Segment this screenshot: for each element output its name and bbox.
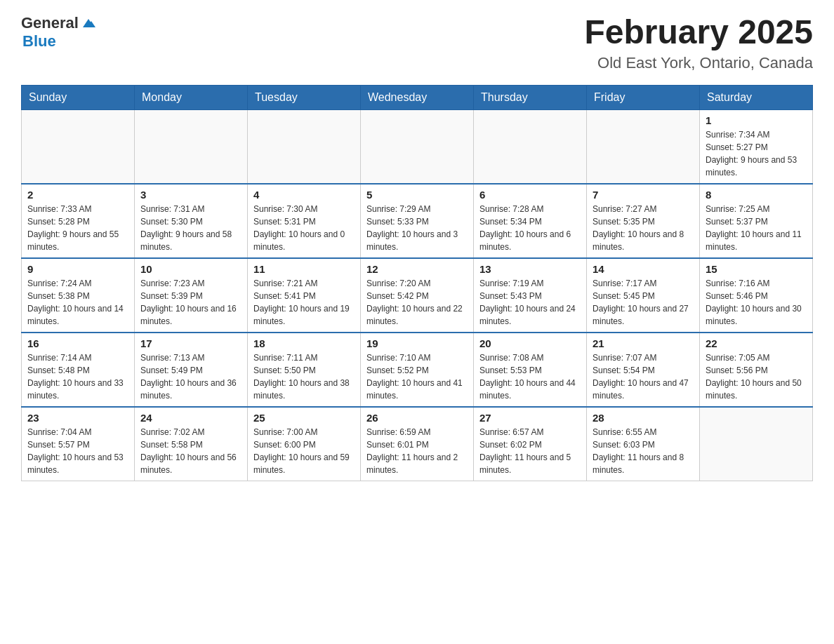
day-info: Sunrise: 7:23 AM Sunset: 5:39 PM Dayligh…: [140, 277, 241, 328]
logo-icon: [80, 15, 97, 32]
calendar-cell: 4Sunrise: 7:30 AM Sunset: 5:31 PM Daylig…: [248, 184, 361, 258]
day-number: 7: [593, 189, 694, 201]
day-number: 16: [27, 337, 128, 349]
logo-general-text: General: [21, 14, 79, 32]
day-number: 25: [253, 412, 355, 424]
weekday-header-sunday: Sunday: [22, 85, 135, 109]
calendar-cell: 5Sunrise: 7:29 AM Sunset: 5:33 PM Daylig…: [361, 184, 474, 258]
calendar-cell: 2Sunrise: 7:33 AM Sunset: 5:28 PM Daylig…: [22, 184, 135, 258]
day-info: Sunrise: 7:14 AM Sunset: 5:48 PM Dayligh…: [27, 351, 128, 402]
calendar-cell: 24Sunrise: 7:02 AM Sunset: 5:58 PM Dayli…: [135, 407, 248, 481]
day-info: Sunrise: 7:28 AM Sunset: 5:34 PM Dayligh…: [479, 203, 581, 253]
calendar-cell: [135, 109, 248, 184]
day-info: Sunrise: 7:29 AM Sunset: 5:33 PM Dayligh…: [366, 203, 468, 253]
weekday-header-saturday: Saturday: [700, 85, 813, 109]
calendar-cell: 14Sunrise: 7:17 AM Sunset: 5:45 PM Dayli…: [587, 258, 700, 333]
calendar-cell: 25Sunrise: 7:00 AM Sunset: 6:00 PM Dayli…: [248, 407, 361, 481]
day-number: 17: [140, 337, 241, 349]
calendar-cell: 16Sunrise: 7:14 AM Sunset: 5:48 PM Dayli…: [22, 333, 135, 407]
day-info: Sunrise: 7:31 AM Sunset: 5:30 PM Dayligh…: [140, 203, 241, 253]
day-number: 10: [140, 263, 241, 275]
day-number: 6: [479, 189, 581, 201]
day-number: 26: [366, 412, 468, 424]
calendar-cell: 22Sunrise: 7:05 AM Sunset: 5:56 PM Dayli…: [700, 333, 813, 407]
day-info: Sunrise: 7:02 AM Sunset: 5:58 PM Dayligh…: [140, 426, 241, 476]
day-info: Sunrise: 7:11 AM Sunset: 5:50 PM Dayligh…: [253, 351, 355, 402]
logo-blue-text: Blue: [22, 32, 56, 51]
day-info: Sunrise: 7:13 AM Sunset: 5:49 PM Dayligh…: [140, 351, 241, 402]
calendar-table: SundayMondayTuesdayWednesdayThursdayFrid…: [21, 85, 813, 481]
day-info: Sunrise: 7:30 AM Sunset: 5:31 PM Dayligh…: [253, 203, 355, 253]
calendar-cell: [474, 109, 587, 184]
day-number: 2: [27, 189, 128, 201]
weekday-header-friday: Friday: [587, 85, 700, 109]
weekday-header-thursday: Thursday: [474, 85, 587, 109]
calendar-cell: 27Sunrise: 6:57 AM Sunset: 6:02 PM Dayli…: [474, 407, 587, 481]
title-section: February 2025 Old East York, Ontario, Ca…: [584, 14, 813, 72]
day-number: 1: [706, 114, 807, 126]
calendar-cell: 3Sunrise: 7:31 AM Sunset: 5:30 PM Daylig…: [135, 184, 248, 258]
calendar-cell: 6Sunrise: 7:28 AM Sunset: 5:34 PM Daylig…: [474, 184, 587, 258]
calendar-cell: 10Sunrise: 7:23 AM Sunset: 5:39 PM Dayli…: [135, 258, 248, 333]
day-number: 14: [593, 263, 694, 275]
calendar-week-row: 1Sunrise: 7:34 AM Sunset: 5:27 PM Daylig…: [22, 109, 813, 184]
day-number: 27: [479, 412, 581, 424]
location-subtitle: Old East York, Ontario, Canada: [584, 54, 813, 72]
calendar-cell: [700, 407, 813, 481]
weekday-header-row: SundayMondayTuesdayWednesdayThursdayFrid…: [22, 85, 813, 109]
day-number: 28: [593, 412, 694, 424]
logo: General Blue: [21, 14, 97, 51]
day-number: 18: [253, 337, 355, 349]
day-number: 5: [366, 189, 468, 201]
calendar-cell: 12Sunrise: 7:20 AM Sunset: 5:42 PM Dayli…: [361, 258, 474, 333]
day-number: 4: [253, 189, 355, 201]
day-info: Sunrise: 7:25 AM Sunset: 5:37 PM Dayligh…: [706, 203, 807, 253]
day-info: Sunrise: 7:24 AM Sunset: 5:38 PM Dayligh…: [27, 277, 128, 328]
weekday-header-wednesday: Wednesday: [361, 85, 474, 109]
day-number: 22: [706, 337, 807, 349]
day-number: 3: [140, 189, 241, 201]
calendar-cell: [248, 109, 361, 184]
day-info: Sunrise: 7:19 AM Sunset: 5:43 PM Dayligh…: [479, 277, 581, 328]
day-info: Sunrise: 7:08 AM Sunset: 5:53 PM Dayligh…: [479, 351, 581, 402]
day-info: Sunrise: 7:20 AM Sunset: 5:42 PM Dayligh…: [366, 277, 468, 328]
day-number: 9: [27, 263, 128, 275]
day-info: Sunrise: 7:21 AM Sunset: 5:41 PM Dayligh…: [253, 277, 355, 328]
day-info: Sunrise: 7:34 AM Sunset: 5:27 PM Dayligh…: [706, 128, 807, 179]
day-info: Sunrise: 7:16 AM Sunset: 5:46 PM Dayligh…: [706, 277, 807, 328]
day-info: Sunrise: 7:17 AM Sunset: 5:45 PM Dayligh…: [593, 277, 694, 328]
day-number: 23: [27, 412, 128, 424]
calendar-cell: 19Sunrise: 7:10 AM Sunset: 5:52 PM Dayli…: [361, 333, 474, 407]
day-number: 12: [366, 263, 468, 275]
calendar-cell: [361, 109, 474, 184]
weekday-header-monday: Monday: [135, 85, 248, 109]
calendar-cell: 11Sunrise: 7:21 AM Sunset: 5:41 PM Dayli…: [248, 258, 361, 333]
day-info: Sunrise: 7:33 AM Sunset: 5:28 PM Dayligh…: [27, 203, 128, 253]
calendar-week-row: 9Sunrise: 7:24 AM Sunset: 5:38 PM Daylig…: [22, 258, 813, 333]
calendar-cell: 1Sunrise: 7:34 AM Sunset: 5:27 PM Daylig…: [700, 109, 813, 184]
calendar-cell: 23Sunrise: 7:04 AM Sunset: 5:57 PM Dayli…: [22, 407, 135, 481]
page-header: General Blue February 2025 Old East York…: [21, 14, 813, 72]
day-info: Sunrise: 6:59 AM Sunset: 6:01 PM Dayligh…: [366, 426, 468, 476]
day-info: Sunrise: 7:07 AM Sunset: 5:54 PM Dayligh…: [593, 351, 694, 402]
calendar-week-row: 23Sunrise: 7:04 AM Sunset: 5:57 PM Dayli…: [22, 407, 813, 481]
month-title: February 2025: [584, 14, 813, 51]
day-info: Sunrise: 7:27 AM Sunset: 5:35 PM Dayligh…: [593, 203, 694, 253]
calendar-cell: [587, 109, 700, 184]
day-number: 20: [479, 337, 581, 349]
calendar-cell: 15Sunrise: 7:16 AM Sunset: 5:46 PM Dayli…: [700, 258, 813, 333]
day-number: 19: [366, 337, 468, 349]
day-info: Sunrise: 7:04 AM Sunset: 5:57 PM Dayligh…: [27, 426, 128, 476]
calendar-cell: 7Sunrise: 7:27 AM Sunset: 5:35 PM Daylig…: [587, 184, 700, 258]
day-info: Sunrise: 7:00 AM Sunset: 6:00 PM Dayligh…: [253, 426, 355, 476]
day-info: Sunrise: 7:10 AM Sunset: 5:52 PM Dayligh…: [366, 351, 468, 402]
calendar-cell: 26Sunrise: 6:59 AM Sunset: 6:01 PM Dayli…: [361, 407, 474, 481]
day-number: 24: [140, 412, 241, 424]
calendar-cell: [22, 109, 135, 184]
day-number: 21: [593, 337, 694, 349]
calendar-cell: 13Sunrise: 7:19 AM Sunset: 5:43 PM Dayli…: [474, 258, 587, 333]
day-info: Sunrise: 6:57 AM Sunset: 6:02 PM Dayligh…: [479, 426, 581, 476]
day-info: Sunrise: 7:05 AM Sunset: 5:56 PM Dayligh…: [706, 351, 807, 402]
calendar-cell: 21Sunrise: 7:07 AM Sunset: 5:54 PM Dayli…: [587, 333, 700, 407]
calendar-cell: 20Sunrise: 7:08 AM Sunset: 5:53 PM Dayli…: [474, 333, 587, 407]
